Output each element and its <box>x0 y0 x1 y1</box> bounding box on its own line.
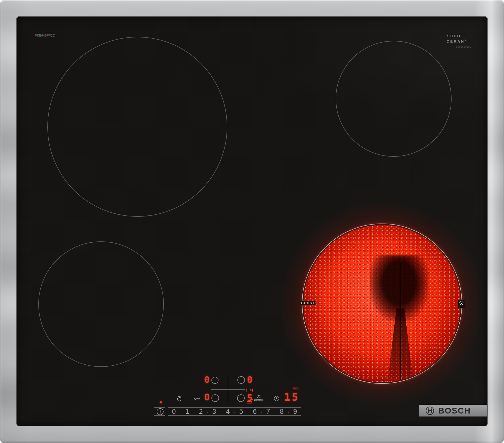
slider-level-4[interactable]: 4 <box>224 408 232 415</box>
zone-key-back-left[interactable] <box>211 377 218 384</box>
bosch-wordmark: BOSCH <box>438 406 471 415</box>
zone-key-front-right[interactable] <box>237 394 245 402</box>
slider-level-1[interactable]: 1 <box>183 408 191 415</box>
slider-sep: · <box>287 408 290 415</box>
slider-level-8[interactable]: 8 <box>278 408 286 415</box>
burner-back-right <box>336 41 452 157</box>
slider-bracket-top <box>154 407 165 408</box>
transfer-arrow-icon <box>246 388 253 393</box>
cooktop: PKE645FP2C SCHOTT CERAN® 9001608186 BOOS… <box>0 0 504 443</box>
slider-sep: · <box>247 408 249 415</box>
zone-cross-horizontal <box>211 389 245 390</box>
heat-level-underline <box>247 401 252 402</box>
hand-pause-icon[interactable] <box>176 395 183 403</box>
serial-number-print: 9001608186 <box>456 46 471 48</box>
slider-level-2[interactable]: 2 <box>197 408 205 415</box>
bosch-badge: BOSCH <box>419 405 487 417</box>
burner-front-left <box>38 241 164 367</box>
burner-back-left <box>47 37 227 217</box>
timer-display: 15 <box>284 392 300 402</box>
display-decimal-dot <box>252 399 253 400</box>
slider-level-5[interactable]: 5 <box>237 408 245 415</box>
power-icon[interactable] <box>157 408 164 415</box>
burner-front-right-ring <box>302 224 462 384</box>
key-lock-icon[interactable] <box>194 397 201 402</box>
model-number-print: PKE645FP2C <box>35 34 55 37</box>
zone-key-back-right[interactable] <box>237 376 245 384</box>
boost-key-label[interactable]: BOOST <box>254 398 264 401</box>
heater-boost-chevron-icon <box>458 300 465 308</box>
registered-mark: ® <box>465 39 467 42</box>
heater-boost-label: BOOST <box>300 301 316 305</box>
slider-sep: · <box>274 408 276 415</box>
bosch-logo-icon <box>425 406 435 416</box>
heat-level-underline2 <box>247 403 252 403</box>
display-back-right: 0 <box>246 375 254 384</box>
slider-level-7[interactable]: 7 <box>264 408 272 415</box>
slider-sep: · <box>220 408 222 415</box>
power-indicator-dot <box>160 401 162 403</box>
schott-ceran-logo: SCHOTT CERAN® <box>445 34 469 44</box>
slider-sep: · <box>233 408 236 415</box>
schott-line: SCHOTT <box>445 34 469 38</box>
timer-clock-icon[interactable] <box>274 396 279 402</box>
slider-sep: · <box>206 408 209 415</box>
slider-sep: · <box>193 408 195 415</box>
slider-level-6[interactable]: 6 <box>251 408 259 415</box>
slider-level-3[interactable]: 3 <box>210 408 218 415</box>
slider-level-0[interactable]: 0 <box>170 408 178 415</box>
slider-sep: · <box>260 408 263 415</box>
slider-level-9[interactable]: 9 <box>291 408 299 415</box>
display-front-left: 0 <box>203 393 211 402</box>
display-back-left: 0 <box>203 375 211 384</box>
slider-bracket-bottom <box>154 415 165 416</box>
zone-key-front-left[interactable] <box>211 394 219 402</box>
timer-unit-label: min <box>291 387 300 390</box>
ceran-line: CERAN® <box>445 38 469 44</box>
